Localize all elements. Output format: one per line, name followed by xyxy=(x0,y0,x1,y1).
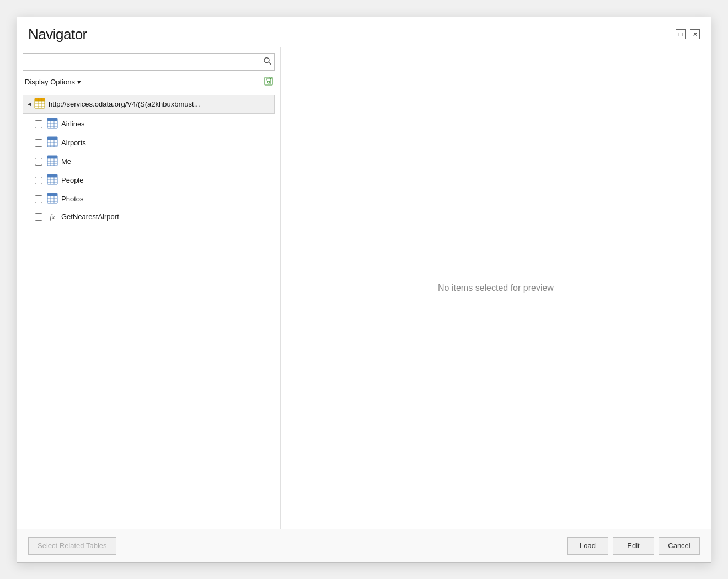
bottom-right: Load Edit Cancel xyxy=(567,537,700,555)
left-panel: Display Options ▾ ◄ xyxy=(17,47,281,529)
tree-container: ◄ http://services.odata.org/V4/(S(a2k xyxy=(23,95,275,523)
me-checkbox[interactable] xyxy=(35,158,42,166)
close-button[interactable]: ✕ xyxy=(690,29,700,39)
display-options-button[interactable]: Display Options ▾ xyxy=(23,77,83,87)
list-item[interactable]: Photos xyxy=(31,190,275,209)
cancel-button[interactable]: Cancel xyxy=(659,537,700,555)
root-url-label: http://services.odata.org/V4/(S(a2khbuxb… xyxy=(49,100,200,108)
airports-label: Airports xyxy=(61,139,86,147)
photos-label: Photos xyxy=(61,195,83,203)
search-container xyxy=(23,53,275,71)
search-icon xyxy=(264,57,271,65)
root-table-icon xyxy=(34,98,45,111)
airlines-table-icon xyxy=(47,118,58,131)
bottom-left: Select Related Tables xyxy=(28,537,116,555)
me-table-icon xyxy=(47,155,58,168)
preview-empty-message: No items selected for preview xyxy=(438,283,554,293)
dialog-title: Navigator xyxy=(28,26,87,43)
svg-line-1 xyxy=(269,62,271,64)
people-checkbox[interactable] xyxy=(35,177,42,184)
svg-point-3 xyxy=(267,81,270,83)
title-bar-controls: □ ✕ xyxy=(676,29,700,39)
right-panel: No items selected for preview xyxy=(281,47,711,529)
me-label: Me xyxy=(61,157,71,166)
bottom-bar: Select Related Tables Load Edit Cancel xyxy=(17,529,711,562)
list-item[interactable]: Me xyxy=(31,152,275,171)
select-related-tables-button[interactable]: Select Related Tables xyxy=(28,537,116,555)
airlines-checkbox[interactable] xyxy=(35,120,42,128)
getnearestairport-checkbox[interactable] xyxy=(35,213,42,221)
svg-point-0 xyxy=(264,57,269,62)
chevron-down-icon: ▾ xyxy=(77,78,81,86)
svg-rect-12 xyxy=(47,118,57,121)
load-button[interactable]: Load xyxy=(567,537,608,555)
svg-rect-5 xyxy=(35,98,45,101)
list-item[interactable]: fx GetNearestAirport xyxy=(31,209,275,225)
svg-rect-19 xyxy=(47,137,57,140)
list-item[interactable]: Airlines xyxy=(31,115,275,134)
edit-button[interactable]: Edit xyxy=(613,537,654,555)
search-button[interactable] xyxy=(264,57,271,66)
svg-rect-40 xyxy=(47,193,57,196)
photos-table-icon xyxy=(47,193,58,206)
title-bar: Navigator □ ✕ xyxy=(17,17,711,47)
airports-table-icon xyxy=(47,136,58,150)
search-input[interactable] xyxy=(23,53,275,71)
tree-children: Airlines xyxy=(23,115,275,225)
refresh-icon xyxy=(264,76,274,86)
getnearestairport-label: GetNearestAirport xyxy=(61,213,119,221)
people-table-icon xyxy=(47,174,58,187)
svg-rect-33 xyxy=(47,174,57,177)
display-options-row: Display Options ▾ xyxy=(23,75,275,89)
people-label: People xyxy=(61,176,83,184)
airports-checkbox[interactable] xyxy=(35,139,42,147)
collapse-arrow-icon: ◄ xyxy=(26,101,32,107)
display-options-label: Display Options xyxy=(25,78,75,86)
list-item[interactable]: People xyxy=(31,171,275,190)
airlines-label: Airlines xyxy=(61,120,85,128)
navigator-dialog: Navigator □ ✕ Display Opti xyxy=(17,17,711,563)
tree-root-item[interactable]: ◄ http://services.odata.org/V4/(S(a2k xyxy=(23,95,275,114)
maximize-button[interactable]: □ xyxy=(676,29,686,39)
dialog-body: Display Options ▾ ◄ xyxy=(17,47,711,529)
function-icon: fx xyxy=(47,211,58,222)
svg-rect-26 xyxy=(47,156,57,158)
refresh-button[interactable] xyxy=(263,75,275,89)
photos-checkbox[interactable] xyxy=(35,195,42,203)
list-item[interactable]: Airports xyxy=(31,134,275,152)
